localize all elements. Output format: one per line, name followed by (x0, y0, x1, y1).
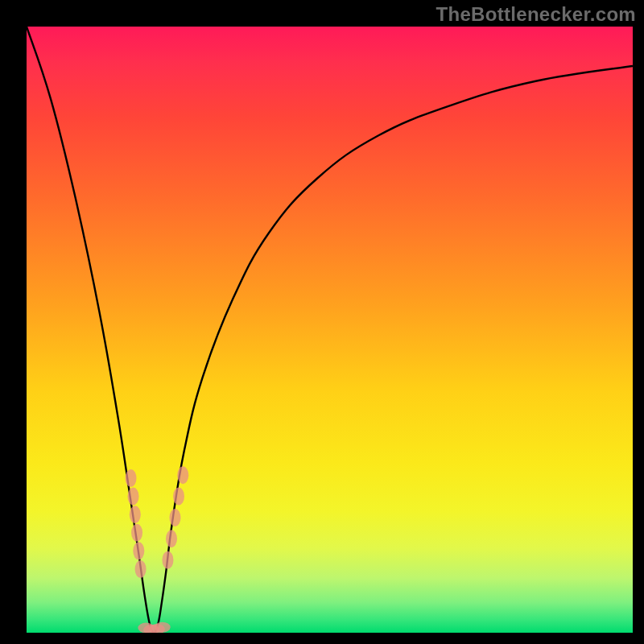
bottleneck-curve (27, 27, 633, 633)
curve-marker (173, 488, 184, 506)
outer-frame: TheBottlenecker.com (0, 0, 644, 644)
curve-marker (133, 542, 144, 559)
curve-marker (177, 466, 188, 484)
bottleneck-curve-svg (27, 27, 633, 633)
watermark-text: TheBottlenecker.com (436, 3, 636, 26)
marker-group (126, 466, 189, 633)
curve-marker (128, 488, 139, 506)
plot-area (27, 27, 633, 633)
curve-marker (155, 622, 171, 633)
curve-marker (166, 530, 177, 547)
curve-marker (131, 524, 142, 542)
curve-marker (126, 469, 137, 487)
curve-marker (169, 509, 180, 526)
curve-marker (130, 506, 141, 523)
curve-marker (135, 560, 147, 578)
curve-marker (162, 551, 173, 569)
